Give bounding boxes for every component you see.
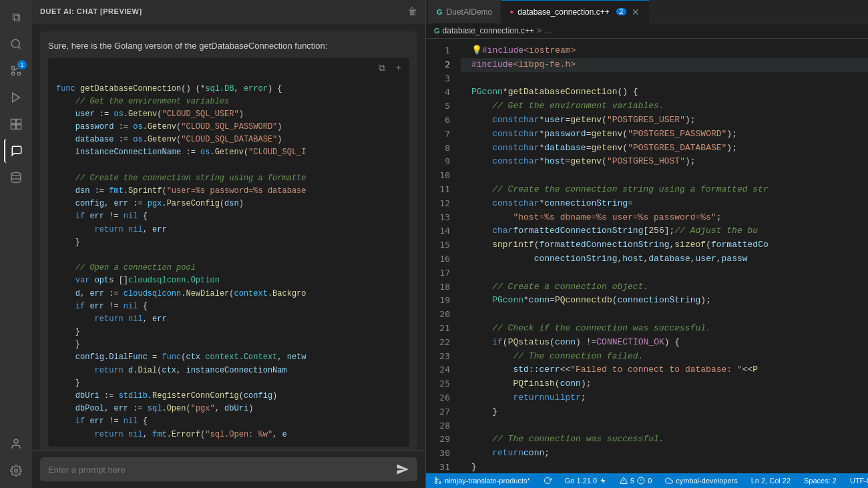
- code-line: [461, 308, 868, 322]
- breadcrumb-more[interactable]: …: [544, 26, 552, 35]
- chat-title: DUET AI: CHAT [PREVIEW]: [40, 7, 142, 15]
- code-line: // Create a connection object.: [461, 280, 868, 294]
- svg-marker-4: [13, 93, 20, 102]
- activity-bar: ⧉ 1: [0, 0, 32, 488]
- tab-badge: 2: [616, 8, 627, 15]
- spaces-label: Spaces: 2: [804, 477, 837, 485]
- cloud-status[interactable]: cymbal-developers: [662, 477, 740, 485]
- delete-icon[interactable]: 🗑: [408, 6, 417, 17]
- branch-icon: [434, 477, 442, 485]
- tab-label-duetaidemo: DuetAIDemo: [447, 7, 493, 17]
- code-line: return nullptr;: [461, 391, 868, 405]
- warnings-count: 5: [630, 477, 634, 485]
- tab-database-connection[interactable]: ● database_connection.c++ 2 ✕: [501, 0, 649, 23]
- explorer-icon[interactable]: ⧉: [4, 5, 28, 29]
- svg-point-1: [17, 72, 21, 75]
- chat-input[interactable]: [48, 465, 391, 475]
- cloud-icon: [665, 477, 673, 485]
- chat-header: DUET AI: CHAT [PREVIEW] 🗑: [32, 0, 425, 23]
- code-line: return conn;: [461, 447, 868, 461]
- code-line: "host=%s dbname=%s user=%s password=%s";: [461, 211, 868, 225]
- code-line: std::cerr << "Failed to connect to datab…: [461, 363, 868, 377]
- insert-code-button[interactable]: +: [393, 61, 404, 75]
- chat-input-row: [40, 457, 417, 481]
- svg-rect-5: [11, 119, 16, 124]
- search-icon[interactable]: [4, 32, 28, 56]
- cloud-label: cymbal-developers: [676, 477, 737, 485]
- svg-rect-8: [17, 125, 21, 130]
- code-line: [461, 419, 868, 433]
- code-line: const char *user = getenv("POSTGRES_USER…: [461, 113, 868, 128]
- code-line: if (PQstatus(conn) != CONNECTION_OK) {: [461, 336, 868, 350]
- code-content: func getDatabaseConnection() (*sql.DB, e…: [48, 77, 409, 447]
- code-line: [461, 169, 868, 183]
- database-icon[interactable]: [4, 166, 28, 190]
- chat-input-area: [32, 450, 425, 488]
- chat-body: Sure, here is the Golang version of the …: [32, 23, 425, 450]
- spaces-status[interactable]: Spaces: 2: [801, 477, 839, 485]
- sync-icon: [544, 477, 552, 485]
- position-label: Ln 2, Col 22: [751, 477, 791, 485]
- lightning-icon: [600, 477, 606, 484]
- code-line: }: [461, 461, 868, 473]
- svg-point-16: [435, 482, 437, 484]
- settings-icon[interactable]: [4, 459, 28, 483]
- breadcrumb-icon: G: [434, 27, 440, 35]
- copy-code-button[interactable]: ⧉: [376, 61, 388, 75]
- encoding-status[interactable]: UTF-8: [847, 477, 868, 485]
- sync-status[interactable]: [541, 477, 554, 485]
- line-numbers: 1 2 3 4 5 6 7 8 9 10 11 12 13 14 15 16 1…: [426, 39, 461, 473]
- code-line: }: [461, 405, 868, 419]
- svg-marker-17: [600, 478, 606, 483]
- breadcrumb-separator: >: [537, 26, 541, 35]
- svg-rect-7: [11, 125, 16, 130]
- status-bar: nimjay-translate-products* Go 1.21.0 5 0: [426, 473, 868, 488]
- source-control-icon[interactable]: 1: [4, 59, 28, 83]
- position-status[interactable]: Ln 2, Col 22: [748, 477, 793, 485]
- run-debug-icon[interactable]: [4, 85, 28, 109]
- tab-duetaidemo[interactable]: G DuetAIDemo: [429, 0, 500, 23]
- code-line: char formattedConnectionString[256]; // …: [461, 224, 868, 238]
- tab-label-database: database_connection.c++: [517, 7, 609, 17]
- code-line: PGconn *conn = PQconnectdb(connectionStr…: [461, 294, 868, 308]
- editor-tabs: G DuetAIDemo ● database_connection.c++ 2…: [426, 0, 868, 23]
- code-line: 💡#include <iostream>: [461, 44, 868, 58]
- extensions-icon[interactable]: [4, 112, 28, 136]
- code-line: connectionString, host, database, user, …: [461, 252, 868, 266]
- chat-message-text: Sure, here is the Golang version of the …: [48, 41, 327, 51]
- editor-area: G DuetAIDemo ● database_connection.c++ 2…: [426, 0, 868, 488]
- code-line: // The connection was successful.: [461, 433, 868, 447]
- code-line: const char *connectionString =: [461, 197, 868, 211]
- svg-point-10: [14, 439, 18, 443]
- svg-point-15: [435, 478, 437, 480]
- code-editor: 1 2 3 4 5 6 7 8 9 10 11 12 13 14 15 16 1…: [426, 39, 868, 473]
- svg-point-0: [11, 39, 19, 47]
- svg-point-9: [11, 173, 21, 176]
- branch-status[interactable]: nimjay-translate-products*: [431, 477, 533, 485]
- code-line: snprintf(formattedConnectionString, size…: [461, 238, 868, 252]
- duet-chat-icon[interactable]: [4, 139, 28, 163]
- code-line: PGconn *getDatabaseConnection() {: [461, 85, 868, 99]
- chat-panel: DUET AI: CHAT [PREVIEW] 🗑 Sure, here is …: [32, 0, 426, 488]
- code-line: #include <libpq-fe.h>: [461, 58, 868, 72]
- send-button[interactable]: [396, 463, 409, 476]
- code-line: // Check if the connection was successfu…: [461, 322, 868, 336]
- breadcrumb-file[interactable]: database_connection.c++: [443, 26, 534, 35]
- warnings-status[interactable]: 5 0: [617, 477, 654, 485]
- error-icon: [637, 477, 645, 485]
- warning-icon: [620, 477, 628, 485]
- svg-point-2: [11, 66, 15, 69]
- code-line: // The connection failed.: [461, 350, 868, 364]
- go-status[interactable]: Go 1.21.0: [562, 477, 609, 485]
- svg-point-11: [15, 469, 18, 473]
- go-label: Go 1.21.0: [565, 477, 597, 485]
- code-line: // Create the connection string using a …: [461, 183, 868, 197]
- tab-icon-cpp: ●: [509, 8, 513, 15]
- breadcrumb: G database_connection.c++ > …: [426, 23, 868, 39]
- code-block-toolbar: ⧉ +: [48, 58, 409, 77]
- code-view[interactable]: 💡#include <iostream> #include <libpq-fe.…: [461, 39, 868, 473]
- account-icon[interactable]: [4, 432, 28, 456]
- svg-point-3: [11, 72, 15, 75]
- code-line: const char *password = getenv("POSTGRES_…: [461, 128, 868, 142]
- tab-close-button[interactable]: ✕: [630, 7, 641, 17]
